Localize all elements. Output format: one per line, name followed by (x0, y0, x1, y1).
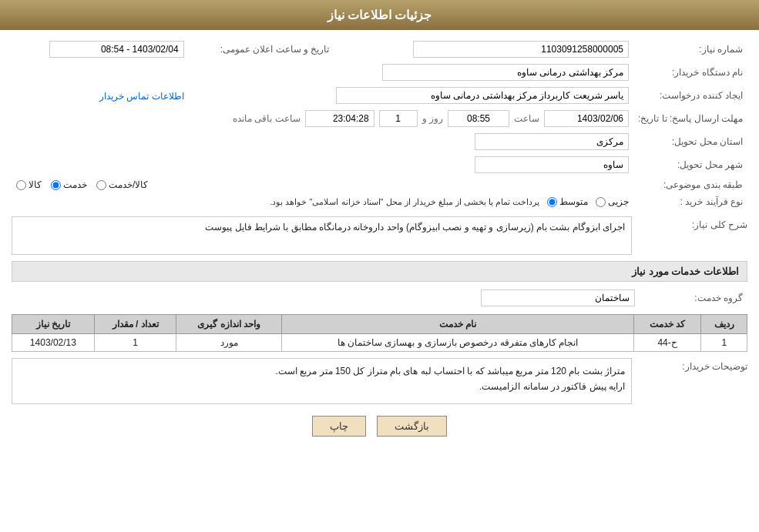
reply-time-input[interactable] (448, 110, 509, 127)
col-header-row: ردیف (701, 315, 747, 334)
cell-date: 1403/02/13 (12, 334, 95, 352)
back-button[interactable]: بازگشت (377, 416, 447, 437)
page-header: جزئیات اطلاعات نیاز (0, 0, 759, 30)
services-table: ردیف کد خدمت نام خدمت واحد اندازه گیری ت… (12, 314, 747, 352)
purchase-motevasset-radio[interactable] (547, 197, 557, 207)
contact-link[interactable]: اطلاعات تماس خریدار (99, 91, 184, 102)
category-khadamat-option[interactable]: خدمت (51, 179, 87, 190)
category-label: طبقه بندی موضوعی: (633, 176, 747, 193)
reply-deadline-label: مهلت ارسال پاسخ: تا تاریخ: (633, 107, 747, 130)
service-group-input[interactable] (481, 289, 635, 306)
buyer-notes-label: توضیحات خریدار: (640, 358, 747, 372)
delivery-city-input[interactable] (475, 156, 629, 173)
delivery-province-label: استان محل تحویل: (633, 130, 747, 153)
category-kala-radio[interactable] (16, 180, 26, 190)
announcement-date-label: تاریخ و ساعت اعلان عمومی: (189, 38, 334, 61)
buyer-notes-box: متراژ بشت بام 120 متر مربع میباشد که با … (12, 358, 632, 404)
col-header-unit: واحد اندازه گیری (176, 315, 282, 334)
need-desc-label: شرح کلی نیاز: (640, 216, 747, 230)
col-header-code: کد خدمت (633, 315, 701, 334)
reply-date-input[interactable] (544, 110, 629, 127)
cell-qty: 1 (94, 334, 176, 352)
category-kala-khadamat-option[interactable]: کالا/خدمت (96, 179, 148, 190)
delivery-city-label: شهر محل تحویل: (633, 153, 747, 176)
buyer-org-input[interactable] (382, 64, 629, 81)
cell-service-name: انجام کارهای متفرقه درخصوص بازسازی و بهس… (282, 334, 634, 352)
announcement-date-input[interactable] (49, 41, 184, 58)
purchase-jozyi-radio[interactable] (596, 197, 606, 207)
delivery-province-input[interactable] (475, 133, 629, 150)
cell-code: ح-44 (633, 334, 701, 352)
cell-row: 1 (701, 334, 747, 352)
purchase-motevasset-option[interactable]: متوسط (547, 196, 588, 207)
need-description-box: اجرای ابزوگام بشت بام (زیرسازی و تهیه و … (12, 216, 632, 255)
button-row: بازگشت چاپ (12, 416, 747, 437)
table-row: 1 ح-44 انجام کارهای متفرقه درخصوص بازساز… (12, 334, 747, 352)
requester-label: ایجاد کننده درخواست: (633, 84, 747, 107)
purchase-jozyi-option[interactable]: جزیی (596, 196, 629, 207)
col-header-qty: تعداد / مقدار (94, 315, 176, 334)
service-group-label: گروه خدمت: (640, 286, 747, 309)
print-button[interactable]: چاپ (312, 416, 366, 437)
services-section-title: اطلاعات خدمات مورد نیاز (12, 261, 747, 282)
order-number-value (357, 38, 633, 61)
purchase-type-note: پرداخت تمام یا بخشی از مبلغ خریدار از مح… (270, 197, 539, 207)
requester-input[interactable] (336, 87, 629, 104)
remaining-label: ساعت باقی مانده (233, 113, 301, 124)
cell-unit: مورد (176, 334, 282, 352)
buyer-org-label: نام دستگاه خریدار: (633, 61, 747, 84)
col-header-date: تاریخ نیاز (12, 315, 95, 334)
page-title: جزئیات اطلاعات نیاز (327, 8, 432, 22)
purchase-type-label: نوع فرآیند خرید : (633, 193, 747, 210)
reply-days-input[interactable] (379, 110, 418, 127)
category-kala-option[interactable]: کالا (16, 179, 42, 190)
announcement-date-value (12, 38, 189, 61)
order-number-input[interactable] (413, 41, 629, 58)
remaining-time-input[interactable] (305, 110, 374, 127)
days-label: روز و (422, 113, 443, 124)
col-header-name: نام خدمت (282, 315, 634, 334)
order-number-label: شماره نیاز: (633, 38, 747, 61)
category-kala-khadamat-radio[interactable] (96, 180, 106, 190)
category-khadamat-radio[interactable] (51, 180, 61, 190)
time-label: ساعت (514, 113, 539, 124)
